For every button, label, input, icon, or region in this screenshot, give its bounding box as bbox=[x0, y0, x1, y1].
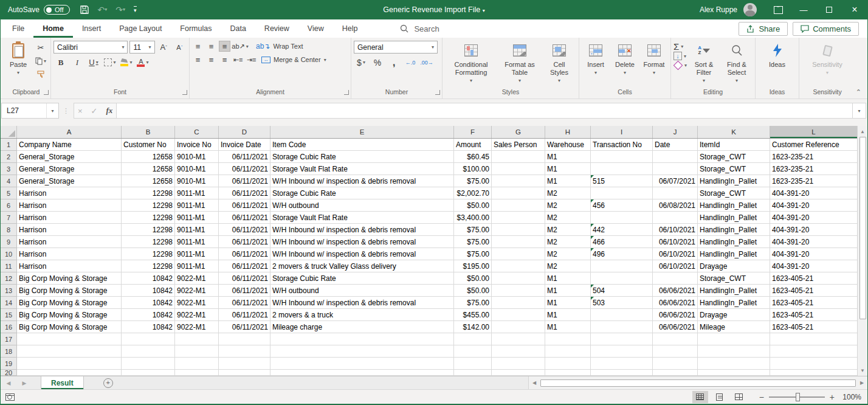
cell-C20[interactable] bbox=[175, 370, 219, 376]
row-header-6[interactable]: 6 bbox=[1, 199, 17, 212]
cell-G19[interactable] bbox=[492, 358, 545, 370]
cell-F7[interactable]: $3,400.00 bbox=[454, 212, 492, 224]
row-header-18[interactable]: 18 bbox=[1, 345, 17, 358]
cell-G15[interactable] bbox=[492, 309, 545, 321]
cell-K9[interactable]: HandlingIn_Pallet bbox=[698, 236, 770, 248]
top-align-button[interactable]: ≡ bbox=[192, 41, 204, 52]
cell-C17[interactable] bbox=[175, 333, 219, 345]
customize-toolbar-icon[interactable]: ▾ bbox=[134, 6, 137, 13]
cell-J1[interactable]: Date bbox=[653, 139, 698, 151]
cell-D6[interactable]: 06/11/2021 bbox=[219, 199, 270, 212]
cell-D19[interactable] bbox=[219, 358, 270, 370]
cell-J17[interactable] bbox=[653, 333, 698, 345]
view-page-layout-button[interactable] bbox=[712, 391, 728, 403]
cell-K13[interactable]: HandlingIn_Pallet bbox=[698, 285, 770, 297]
cell-I10[interactable]: 496 bbox=[591, 248, 653, 260]
row-header-14[interactable]: 14 bbox=[1, 297, 17, 309]
cell-B11[interactable]: 12298 bbox=[122, 260, 175, 272]
vertical-scrollbar[interactable]: ▲ ▼ bbox=[857, 126, 867, 376]
cell-H5[interactable]: M2 bbox=[545, 187, 591, 199]
font-size-combo[interactable]: 11▾ bbox=[129, 41, 154, 54]
sheet-nav-left-icon[interactable]: ◀ bbox=[1, 376, 16, 389]
cell-G10[interactable] bbox=[492, 248, 545, 260]
close-button[interactable]: × bbox=[842, 0, 867, 19]
cell-C10[interactable]: 9011-M1 bbox=[175, 248, 219, 260]
macro-record-icon[interactable] bbox=[5, 393, 15, 401]
horizontal-scrollbar[interactable]: ◀ ▶ bbox=[528, 376, 867, 389]
scroll-down-icon[interactable]: ▼ bbox=[860, 366, 865, 375]
cell-I13[interactable]: 504 bbox=[591, 285, 653, 297]
horizontal-scroll-thumb[interactable] bbox=[540, 379, 856, 387]
cell-L13[interactable]: 1623-405-21 bbox=[770, 285, 857, 297]
cell-D13[interactable]: 06/11/2021 bbox=[219, 285, 270, 297]
column-header-J[interactable]: J bbox=[653, 126, 698, 138]
cell-B9[interactable]: 12298 bbox=[122, 236, 175, 248]
cell-F9[interactable]: $75.00 bbox=[454, 236, 492, 248]
cell-L2[interactable]: 1623-235-21 bbox=[770, 151, 857, 163]
cell-E20[interactable] bbox=[270, 370, 454, 376]
cell-H4[interactable]: M1 bbox=[545, 175, 591, 187]
cell-L7[interactable]: 404-391-20 bbox=[770, 212, 857, 224]
tab-data[interactable]: Data bbox=[221, 19, 255, 38]
cell-C13[interactable]: 9022-M1 bbox=[175, 285, 219, 297]
cell-H20[interactable] bbox=[545, 370, 591, 376]
cell-D3[interactable]: 06/11/2021 bbox=[219, 163, 270, 175]
cell-L3[interactable]: 1623-235-21 bbox=[770, 163, 857, 175]
percent-style-button[interactable]: % bbox=[370, 56, 385, 69]
name-box[interactable]: L27 ▾ bbox=[1, 103, 59, 119]
find-select-button[interactable]: Find & Select ▾ bbox=[721, 40, 753, 86]
cell-A18[interactable] bbox=[17, 345, 122, 358]
cell-G18[interactable] bbox=[492, 345, 545, 358]
cell-J3[interactable] bbox=[653, 163, 698, 175]
tab-review[interactable]: Review bbox=[255, 19, 298, 38]
orientation-button[interactable]: ab↗ bbox=[232, 41, 248, 52]
delete-cells-button[interactable]: × Delete ▾ bbox=[611, 40, 639, 78]
cell-I8[interactable]: 442 bbox=[591, 224, 653, 236]
format-cells-button[interactable]: Format ▾ bbox=[640, 40, 668, 78]
cell-G1[interactable]: Sales Person bbox=[492, 139, 545, 151]
cell-B6[interactable]: 12298 bbox=[122, 199, 175, 212]
cell-D17[interactable] bbox=[219, 333, 270, 345]
cell-B8[interactable]: 12298 bbox=[122, 224, 175, 236]
avatar[interactable] bbox=[743, 3, 757, 16]
middle-align-button[interactable]: ≡ bbox=[205, 41, 217, 52]
cell-C3[interactable]: 9010-M1 bbox=[175, 163, 219, 175]
cell-L12[interactable]: 1623-405-21 bbox=[770, 272, 857, 285]
cell-B5[interactable]: 12298 bbox=[122, 187, 175, 199]
cell-B16[interactable]: 10842 bbox=[122, 321, 175, 333]
cell-D11[interactable]: 06/11/2021 bbox=[219, 260, 270, 272]
cell-E5[interactable]: Storage Cubic Rate bbox=[270, 187, 454, 199]
select-all-button[interactable] bbox=[1, 126, 17, 138]
font-color-button[interactable]: A bbox=[136, 56, 150, 69]
row-header-7[interactable]: 7 bbox=[1, 212, 17, 224]
cell-H17[interactable] bbox=[545, 333, 591, 345]
cut-button[interactable]: ✂ bbox=[33, 41, 48, 54]
cell-K7[interactable]: HandlingIn_Pallet bbox=[698, 212, 770, 224]
save-icon[interactable] bbox=[80, 5, 89, 15]
cell-G5[interactable] bbox=[492, 187, 545, 199]
minimize-button[interactable]: — bbox=[791, 0, 816, 19]
align-center-button[interactable]: ≡ bbox=[205, 54, 217, 65]
column-header-A[interactable]: A bbox=[17, 126, 122, 138]
tab-view[interactable]: View bbox=[298, 19, 333, 38]
zoom-out-button[interactable]: − bbox=[759, 392, 764, 402]
cell-D20[interactable] bbox=[219, 370, 270, 376]
cell-I11[interactable] bbox=[591, 260, 653, 272]
cell-H19[interactable] bbox=[545, 358, 591, 370]
cell-B19[interactable] bbox=[122, 358, 175, 370]
cell-G11[interactable] bbox=[492, 260, 545, 272]
cell-A20[interactable] bbox=[17, 370, 122, 376]
format-as-table-button[interactable]: Format as Table ▾ bbox=[498, 40, 541, 86]
align-left-button[interactable]: ≡ bbox=[192, 54, 204, 65]
cell-G14[interactable] bbox=[492, 297, 545, 309]
cell-G4[interactable] bbox=[492, 175, 545, 187]
share-button[interactable]: Share bbox=[739, 22, 788, 36]
column-header-E[interactable]: E bbox=[270, 126, 454, 138]
cell-E1[interactable]: Item Code bbox=[270, 139, 454, 151]
cell-A6[interactable]: Harrison bbox=[17, 199, 122, 212]
vertical-scroll-thumb[interactable] bbox=[859, 137, 866, 319]
cell-K11[interactable]: Drayage bbox=[698, 260, 770, 272]
cell-D7[interactable]: 06/11/2021 bbox=[219, 212, 270, 224]
add-sheet-button[interactable]: + bbox=[103, 378, 113, 388]
cell-C15[interactable]: 9022-M1 bbox=[175, 309, 219, 321]
